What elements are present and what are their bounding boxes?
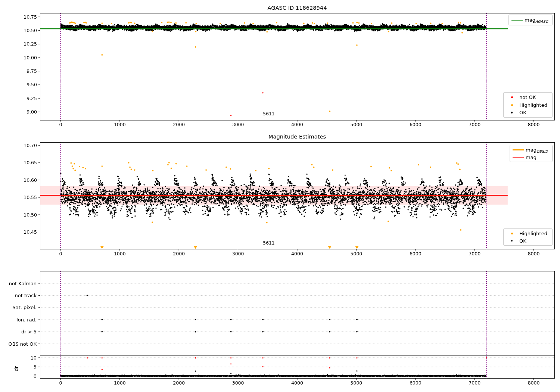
plot1-title: AGASC ID 118628944 (40, 4, 554, 11)
figure: AGASC ID 118628944 Magnitude Estimates 5… (0, 0, 560, 392)
plot2-title: Magnitude Estimates (40, 133, 554, 140)
plot1-area (40, 13, 554, 120)
plot3-area (40, 271, 554, 378)
plot2-area (40, 142, 554, 249)
